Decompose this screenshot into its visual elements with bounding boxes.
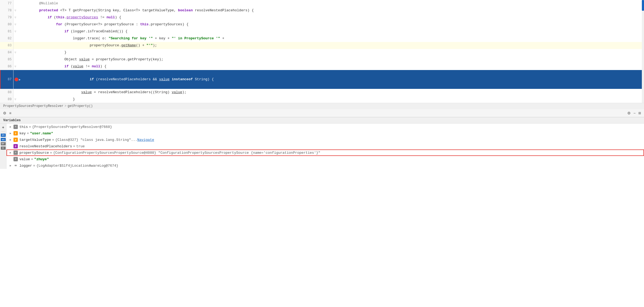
scrollbar-thumb[interactable] <box>642 0 644 11</box>
navigate-link-tvt[interactable]: Navigate <box>137 138 154 142</box>
or-label[interactable]: or <box>1 142 6 145</box>
kw-for: for <box>56 22 62 26</box>
code-content-89: } <box>30 96 644 103</box>
gutter-85 <box>13 56 30 63</box>
var-item-rnp[interactable]: ▶ p resolveNestedPlaceholders = true <box>6 143 644 149</box>
gutter-89: ▽ <box>13 96 30 103</box>
fold-icon-81[interactable]: ▽ <box>15 30 16 33</box>
icon-ps: ≡ <box>13 151 18 155</box>
expand-key[interactable]: ▶ <box>10 132 12 135</box>
var-eq-val: = <box>31 157 33 161</box>
minimize-btn[interactable]: − <box>633 110 636 116</box>
settings-btn[interactable]: ⚙ <box>626 110 632 116</box>
in-label-2[interactable]: in <box>1 138 6 141</box>
var-name-this: this <box>19 125 28 129</box>
string-82a: "Searching for key '" <box>109 36 153 40</box>
code-content-79: if (this.propertySources != null) { <box>30 14 644 21</box>
fold-icon-89[interactable]: ▽ <box>15 98 16 101</box>
text-87b: (resolveNestedPlaceholders && <box>94 77 159 81</box>
var-item-value[interactable]: ▶ = value = "zhuye" <box>6 156 644 162</box>
panel-toolbar-left: ⚙ ≡ <box>2 110 12 116</box>
var-name-ps: propertySource <box>19 151 49 155</box>
var-eq-ps: = <box>50 151 52 155</box>
panel-toolbar: ⚙ ≡ ⚙ − ⊞ <box>0 109 644 117</box>
var-val-key: "user.name" <box>30 131 53 135</box>
var-value-86: value <box>73 64 83 68</box>
line-number-89: 89 <box>0 96 13 103</box>
layout-btn[interactable]: ⊞ <box>638 111 642 116</box>
gutter-77 <box>13 0 30 7</box>
filter-btn[interactable]: ≡ <box>8 110 12 116</box>
variables-panel: Variables + in in or c ▶ ≡ this = {Pro <box>0 117 644 307</box>
code-line-79: 79 ▽ if (this.propertySources != null) { <box>0 14 644 21</box>
text-80c: .propertySources) { <box>149 22 189 26</box>
expand-tvt[interactable]: ▶ <box>10 138 12 141</box>
text-78a: <T> T getProperty(String key, Class<T> t… <box>58 8 178 12</box>
fold-icon-78[interactable]: ▽ <box>15 9 16 12</box>
var-item-this[interactable]: ▶ ≡ this = {PropertySourcesPropertyResol… <box>6 124 644 130</box>
text-89: } <box>31 97 75 101</box>
expand-this[interactable]: ▶ <box>10 125 12 128</box>
text-79e: ) { <box>115 15 121 19</box>
var-eq-logger: = <box>33 164 35 168</box>
text-83c: ); <box>153 43 157 47</box>
code-line-83: 83 propertySource.getName() + "'"); <box>0 42 644 49</box>
code-editor: 77 @Nullable 78 ▽ protected <T> T getPro… <box>0 0 644 103</box>
text-84: } <box>31 50 67 54</box>
text-79d: != <box>98 15 107 19</box>
fold-icon-80[interactable]: ▽ <box>15 23 16 26</box>
fold-icon-86[interactable]: ▽ <box>15 65 16 68</box>
var-item-key[interactable]: ▶ p key = "user.name" <box>6 130 644 137</box>
var-val-logger: {LogAdapter$Slf4jLocationAwareLog@7674} <box>36 164 118 168</box>
var-item-targetvaluetype[interactable]: ▶ p targetValueType = {Class@327} "class… <box>6 137 644 143</box>
line-number-83: 83 <box>0 42 13 49</box>
c-label[interactable]: c <box>1 146 6 150</box>
text-87a <box>47 77 90 81</box>
gutter-88 <box>13 89 30 96</box>
var-val-ps: {ConfigurationPropertySourcesPropertySou… <box>53 151 320 155</box>
annotation-nullable: @Nullable <box>31 1 58 5</box>
icon-rnp: p <box>13 144 18 148</box>
var-val-this: {PropertySourcesPropertyResolver@7660} <box>32 125 112 129</box>
add-variable-btn[interactable]: + <box>1 125 5 130</box>
text-83a: propertySource. <box>31 43 121 47</box>
code-line-78: 78 ▽ protected <T> T getProperty(String … <box>0 7 644 14</box>
step-over-btn[interactable]: ⚙ <box>2 110 7 116</box>
kw-protected: protected <box>31 8 58 12</box>
icon-this: ≡ <box>13 125 18 129</box>
kw-this-79: this <box>56 15 64 19</box>
text-78b: resolveNestedPlaceholders) { <box>193 8 254 12</box>
text-81b: (logger.isTraceEnabled()) { <box>68 29 127 33</box>
kw-instanceof: instanceof <box>172 77 193 81</box>
expand-ps[interactable]: ▶ <box>10 151 12 154</box>
kw-if-87: if <box>90 77 94 81</box>
main-layout: 77 @Nullable 78 ▽ protected <T> T getPro… <box>0 0 644 307</box>
code-content-86: if (value != null) { <box>30 63 644 70</box>
breadcrumb-class[interactable]: PropertySourcesPropertyResolver <box>3 104 63 108</box>
var-item-propertysource[interactable]: ▶ ≡ propertySource = {ConfigurationPrope… <box>6 149 644 156</box>
in-label-1[interactable]: in <box>1 134 6 137</box>
text-80a <box>31 22 56 26</box>
editor-scrollbar[interactable] <box>642 0 644 103</box>
var-value-88a: value <box>81 90 92 94</box>
var-eq-key: = <box>27 131 29 135</box>
text-87d: String) { <box>193 77 214 81</box>
var-item-logger[interactable]: ▶ ∞ logger = {LogAdapter$Slf4jLocationAw… <box>6 162 644 169</box>
fold-icon-79[interactable]: ▽ <box>15 16 16 19</box>
var-name-key: key <box>19 131 26 135</box>
breadcrumb-sep: > <box>64 104 66 108</box>
code-line-84: 84 ▽ } <box>0 49 644 56</box>
code-content-77: @Nullable <box>30 0 644 7</box>
code-content-82: logger.trace( o: "Searching for key '" +… <box>30 35 644 42</box>
gutter-82 <box>13 35 30 42</box>
kw-if-81: if <box>64 29 69 33</box>
kw-null-79: null <box>107 15 115 19</box>
expand-logger[interactable]: ▶ <box>10 164 12 167</box>
icon-tvt: p <box>13 138 18 142</box>
breadcrumb-method[interactable]: getProperty() <box>67 104 93 108</box>
fold-icon-84[interactable]: ▽ <box>15 51 16 54</box>
string-82b: "' in PropertySource '" <box>172 36 220 40</box>
code-content-88: value = resolveNestedPlaceholders((Strin… <box>30 89 644 96</box>
text-83b: () + <box>136 43 146 47</box>
code-content-85: Object value = propertySource.getPropert… <box>30 56 644 63</box>
